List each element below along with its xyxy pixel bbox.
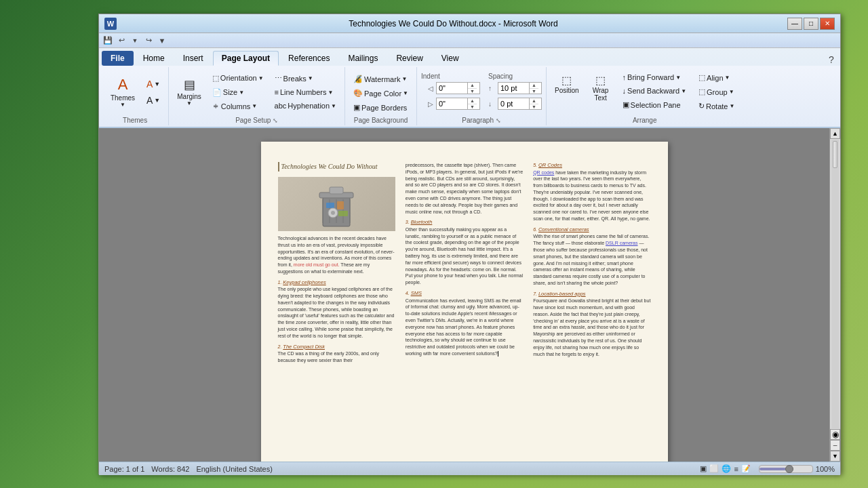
spacing-after-input[interactable] — [498, 98, 529, 109]
section1-title: 1. Keypad cellphones — [278, 279, 395, 287]
indent-right-spinbox[interactable]: ▲ ▼ — [436, 98, 480, 110]
scroll-thumb[interactable] — [833, 141, 837, 168]
page-setup-group-label: Page Setup ⤡ — [235, 115, 278, 124]
word-count: Words: 842 — [151, 465, 189, 473]
indent-left-up[interactable]: ▲ — [468, 83, 477, 89]
columns-button[interactable]: ⫩ Columns ▼ — [208, 100, 268, 113]
orientation-button[interactable]: ⬚ Orientation ▼ — [208, 72, 268, 85]
page-borders-button[interactable]: ▣ Page Borders — [349, 101, 412, 114]
section6-content: With the rise of smart phones came the f… — [533, 233, 650, 286]
scroll-down-button[interactable]: ▼ — [830, 451, 840, 462]
scroll-up-button[interactable]: ▲ — [830, 128, 840, 139]
middle-column: predecessors, the cassette tape (shiver)… — [406, 162, 523, 462]
hyphenation-button[interactable]: abc Hyphenation ▼ — [271, 100, 340, 112]
align-button[interactable]: ⬚ Align ▼ — [694, 71, 738, 84]
section4-title: 4. SMS — [406, 290, 523, 298]
themes-items: A Themes ▼ A ▼ A ▼ — [106, 68, 164, 115]
indent-left-input[interactable] — [437, 83, 467, 94]
window-controls: — □ ✕ — [787, 18, 835, 30]
help-icon[interactable]: ? — [825, 54, 837, 66]
full-screen-view[interactable]: ⬜ — [709, 464, 719, 473]
page-setup-group: ▤ Margins ▼ ⬚ Orientation ▼ 📄 Size — [169, 67, 345, 125]
customize-icon[interactable]: ▼ — [156, 35, 168, 47]
word-logo: W — [104, 18, 117, 30]
group-button[interactable]: ⬚ Group ▼ — [694, 85, 738, 98]
trash-image — [278, 177, 395, 231]
scroll-right-indicator[interactable]: ◉ — [830, 429, 840, 440]
tab-mailings[interactable]: Mailings — [339, 51, 387, 66]
indent-left-spinbox[interactable]: ▲ ▼ — [436, 82, 480, 94]
close-button[interactable]: ✕ — [820, 18, 835, 30]
outline-view[interactable]: ≡ — [734, 465, 738, 473]
undo-icon[interactable]: ↩ — [115, 35, 127, 47]
spacing-before-spinbox[interactable]: ▲ ▼ — [498, 82, 542, 94]
selection-pane-button[interactable]: ▣ Selection Pane — [618, 98, 690, 111]
page-container[interactable]: Technologies We Could Do Without — [99, 128, 829, 462]
undo-arrow-icon[interactable]: ▼ — [129, 35, 141, 47]
tab-page-layout[interactable]: Page Layout — [213, 51, 279, 66]
spacing-after-icon: ↓ — [488, 100, 495, 108]
zoom-slider[interactable] — [759, 465, 813, 473]
arrange-group-label: Arrange — [633, 115, 657, 124]
page-background-items: 🔏 Watermark ▼ 🎨 Page Color ▼ ▣ Page Bord… — [349, 68, 412, 115]
draft-view[interactable]: 📝 — [741, 464, 751, 473]
zoom-thumb[interactable] — [785, 465, 793, 473]
redo-icon[interactable]: ↪ — [142, 35, 155, 47]
margins-button[interactable]: ▤ Margins ▼ — [173, 75, 205, 109]
scroll-split-up[interactable]: ─ — [830, 440, 840, 451]
document-page: Technologies We Could Do Without — [261, 142, 668, 462]
size-button[interactable]: 📄 Size ▼ — [208, 86, 268, 99]
indent-right-arrows: ▲ ▼ — [467, 98, 477, 109]
line-numbers-button[interactable]: ≡ Line Numbers ▼ — [271, 86, 340, 98]
ribbon-content: A Themes ▼ A ▼ A ▼ — [99, 66, 840, 127]
bring-forward-button[interactable]: ↑ Bring Forward ▼ — [618, 71, 690, 83]
status-bar: Page: 1 of 1 Words: 842 English (United … — [99, 462, 840, 475]
themes-group-label: Themes — [123, 115, 147, 124]
tab-references[interactable]: References — [279, 51, 338, 66]
tab-file[interactable]: File — [102, 51, 134, 66]
spacing-before-input[interactable] — [498, 83, 529, 94]
indent-right-input[interactable] — [437, 98, 467, 109]
watermark-button[interactable]: 🔏 Watermark ▼ — [349, 73, 412, 85]
indent-right-down[interactable]: ▼ — [468, 104, 477, 110]
language: English (United States) — [196, 465, 273, 473]
section7-title: 7. Location-based apps — [533, 291, 650, 298]
title-bar: W Technologies We Could Do Without.docx … — [99, 14, 840, 33]
spacing-after-up[interactable]: ▲ — [530, 98, 538, 104]
maximize-button[interactable]: □ — [804, 18, 818, 30]
position-button[interactable]: ⬚ Position — [551, 71, 583, 97]
vertical-scrollbar[interactable]: ▲ ◉ ─ ▼ — [829, 128, 840, 462]
section5-title: 3. Bluetooth — [406, 219, 523, 226]
spacing-before-down[interactable]: ▼ — [530, 89, 538, 94]
indent-column: Indent ◁ ▲ ▼ ▷ — [421, 73, 480, 110]
tab-insert[interactable]: Insert — [174, 51, 212, 66]
wrap-text-button[interactable]: ⬚ Wrap Text — [587, 71, 614, 104]
themes-button[interactable]: A Themes ▼ — [106, 73, 140, 110]
indent-right-up[interactable]: ▲ — [468, 98, 477, 104]
left-label: ◁ — [421, 85, 433, 92]
breaks-button[interactable]: ⋯ Breaks ▼ — [271, 72, 340, 85]
spacing-before-up[interactable]: ▲ — [530, 83, 538, 89]
indent-left-arrows: ▲ ▼ — [467, 83, 477, 94]
tab-view[interactable]: View — [433, 51, 468, 66]
page-color-button[interactable]: 🎨 Page Color ▼ — [349, 87, 412, 100]
web-view[interactable]: 🌐 — [722, 464, 731, 473]
spacing-after-down[interactable]: ▼ — [530, 104, 538, 110]
spacing-after-spinbox[interactable]: ▲ ▼ — [498, 98, 542, 110]
tab-home[interactable]: Home — [134, 51, 174, 66]
right-column: 5. QR Codes QR codes have taken the mark… — [533, 162, 650, 462]
print-layout-view[interactable]: ▣ — [700, 464, 707, 473]
paragraph-group: Indent ◁ ▲ ▼ ▷ — [417, 67, 547, 125]
theme-fonts-button[interactable]: A ▼ — [142, 93, 164, 108]
paragraph-expand-icon[interactable]: ⤡ — [496, 117, 501, 124]
indent-left-down[interactable]: ▼ — [468, 89, 477, 94]
theme-colors-button[interactable]: A ▼ — [142, 77, 164, 92]
paragraph-items: Indent ◁ ▲ ▼ ▷ — [421, 68, 542, 115]
minimize-button[interactable]: — — [787, 18, 802, 30]
tab-review[interactable]: Review — [387, 51, 431, 66]
save-icon[interactable]: 💾 — [102, 35, 114, 47]
scroll-track[interactable] — [831, 140, 839, 428]
svg-rect-8 — [326, 203, 334, 208]
rotate-button[interactable]: ↻ Rotate ▼ — [694, 100, 738, 113]
send-backward-button[interactable]: ↓ Send Backward ▼ — [618, 85, 690, 97]
